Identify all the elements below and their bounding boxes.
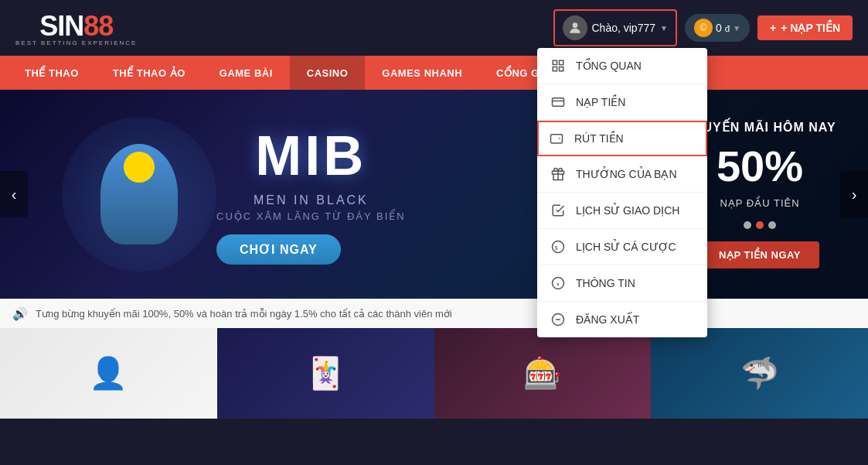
user-greeting-text: Chào, vip777 — [592, 22, 656, 34]
carousel-dots — [744, 221, 776, 229]
svg-rect-2 — [560, 60, 563, 64]
balance-value: 0 — [716, 22, 722, 34]
avatar — [563, 15, 587, 40]
dropdown-lich-su-ca-cuoc[interactable]: $ LỊCH SỬ CÁ CƯỢC — [537, 229, 707, 265]
promo-percent: 50% — [717, 141, 803, 191]
balance-button[interactable]: © 0 đ ▼ — [685, 14, 750, 42]
promo-cta-label: NẠP TIỀN NGAY — [719, 249, 801, 261]
hero-subtitle: MEN IN BLACK — [216, 193, 406, 207]
hero-prev-button[interactable]: ‹ — [0, 171, 28, 217]
svg-rect-1 — [553, 60, 557, 64]
balance-chevron-icon: ▼ — [733, 24, 740, 32]
rut-tien-label: RÚT TIỀN — [574, 132, 624, 145]
promo-sub: NẠP ĐẦU TIÊN — [720, 197, 799, 209]
promo-cta-button[interactable]: NẠP TIỀN NGAY — [700, 241, 819, 268]
lich-su-ca-cuoc-label: LỊCH SỬ CÁ CƯỢC — [576, 241, 676, 253]
dropdown-rut-tien[interactable]: RÚT TIỀN — [537, 121, 707, 156]
hero-left — [62, 117, 216, 272]
game-thumb-1[interactable]: 👤 — [0, 328, 217, 419]
thuong-cua-ban-label: THƯỞNG CỦA BẠN — [576, 168, 677, 180]
hero-robot — [100, 144, 178, 244]
svg-point-0 — [572, 22, 577, 28]
dropdown-thuong-cua-ban[interactable]: THƯỞNG CỦA BẠN — [537, 156, 707, 193]
game1-figure: 👤 — [89, 355, 128, 391]
header-right: Chào, vip777 ▼ © 0 đ ▼ + + NẠP TIỀN — [553, 9, 853, 46]
plus-icon: + — [770, 22, 776, 34]
logo-subtitle: BEST BETTING EXPERIENCE — [15, 39, 137, 46]
game-thumb-4[interactable]: 🦈 — [651, 328, 868, 419]
hero-next-button[interactable]: › — [840, 171, 868, 217]
volume-icon: 🔊 — [12, 306, 28, 321]
hero-cta-label: CHƠI NGAY — [240, 243, 318, 256]
hero-figure — [62, 117, 216, 272]
bet-icon: $ — [550, 238, 567, 255]
game-thumb-2[interactable]: 🃏 — [217, 328, 434, 419]
logo-block: SIN88 BEST BETTING EXPERIENCE — [15, 10, 137, 46]
svg-point-10 — [553, 241, 564, 253]
sidebar-item-games-nhanh[interactable]: GAMES NHANH — [365, 56, 479, 90]
dropdown-dang-xuat[interactable]: ĐĂNG XUẤT — [537, 302, 707, 337]
sidebar-item-the-thao-ao[interactable]: THỂ THAO ẢO — [96, 56, 203, 90]
sidebar-item-game-bai[interactable]: GAME BÀI — [203, 56, 290, 90]
header: SIN88 BEST BETTING EXPERIENCE Chào, vip7… — [0, 0, 868, 56]
chevron-down-icon: ▼ — [660, 24, 668, 32]
dang-xuat-label: ĐĂNG XUẤT — [576, 313, 639, 326]
logo-text: SIN88 — [15, 10, 137, 43]
hero-tagline: CUỘC XÂM LĂNG TỪ ĐÁY BIỂN — [216, 210, 406, 222]
logo-area: SIN88 BEST BETTING EXPERIENCE — [15, 10, 137, 46]
dropdown-lich-su-giao-dich[interactable]: LỊCH SỬ GIAO DỊCH — [537, 193, 707, 229]
game-thumb-3[interactable]: 🎰 — [434, 328, 652, 419]
dropdown-thong-tin[interactable]: THÔNG TIN — [537, 265, 707, 302]
games-row: 👤 🃏 🎰 🦈 — [0, 328, 868, 419]
ticker-text: Tưng bừng khuyến mãi 100%, 50% và hoàn t… — [36, 308, 452, 320]
user-dropdown-menu: TỔNG QUAN NẠP TIỀN RÚT TIỀN THƯỞNG CỦA B… — [537, 48, 707, 337]
logout-icon — [550, 311, 567, 328]
game3-figure: 🎰 — [523, 355, 562, 391]
info-icon — [550, 275, 567, 292]
dot-3 — [768, 221, 776, 229]
svg-rect-4 — [560, 67, 563, 71]
main-nav: THỂ THAO THỂ THAO ẢO GAME BÀI CASINO GAM… — [0, 56, 868, 90]
dropdown-tong-quan[interactable]: TỔNG QUAN — [537, 48, 707, 84]
sidebar-item-the-thao[interactable]: THỂ THAO — [8, 56, 96, 90]
gift-icon — [550, 166, 567, 183]
balance-currency: đ — [725, 23, 730, 33]
card-icon — [550, 94, 567, 111]
nap-tien-button[interactable]: + + NẠP TIỀN — [757, 15, 853, 40]
hero-section: ‹ MIB MEN IN BLACK CUỘC XÂM LĂNG TỪ ĐÁY … — [0, 90, 868, 299]
dot-2 — [756, 221, 764, 229]
history-icon — [550, 202, 567, 219]
game2-figure: 🃏 — [306, 355, 345, 391]
game4-figure: 🦈 — [740, 355, 779, 391]
user-menu-button[interactable]: Chào, vip777 ▼ — [553, 9, 677, 46]
nap-tien-label: NẠP TIỀN — [576, 96, 625, 108]
hero-center: MIB MEN IN BLACK CUỘC XÂM LĂNG TỪ ĐÁY BI… — [216, 124, 406, 265]
dropdown-nap-tien[interactable]: NẠP TIỀN — [537, 84, 707, 121]
nap-tien-label: + NẠP TIỀN — [781, 22, 840, 34]
hero-cta-button[interactable]: CHƠI NGAY — [216, 234, 341, 265]
hero-title: MIB — [216, 124, 406, 187]
coin-icon: © — [694, 19, 713, 37]
ticker-bar: 🔊 Tưng bừng khuyến mãi 100%, 50% và hoàn… — [0, 299, 868, 328]
svg-rect-5 — [553, 98, 564, 107]
svg-rect-3 — [553, 67, 557, 71]
svg-rect-7 — [551, 135, 563, 143]
grid-icon — [550, 57, 567, 74]
sidebar-item-casino[interactable]: CASINO — [290, 56, 366, 90]
wallet-icon — [548, 130, 565, 147]
dot-1 — [744, 221, 751, 229]
tong-quan-label: TỔNG QUAN — [576, 60, 642, 72]
thong-tin-label: THÔNG TIN — [576, 277, 635, 289]
lich-su-giao-dich-label: LỊCH SỬ GIAO DỊCH — [576, 204, 679, 217]
